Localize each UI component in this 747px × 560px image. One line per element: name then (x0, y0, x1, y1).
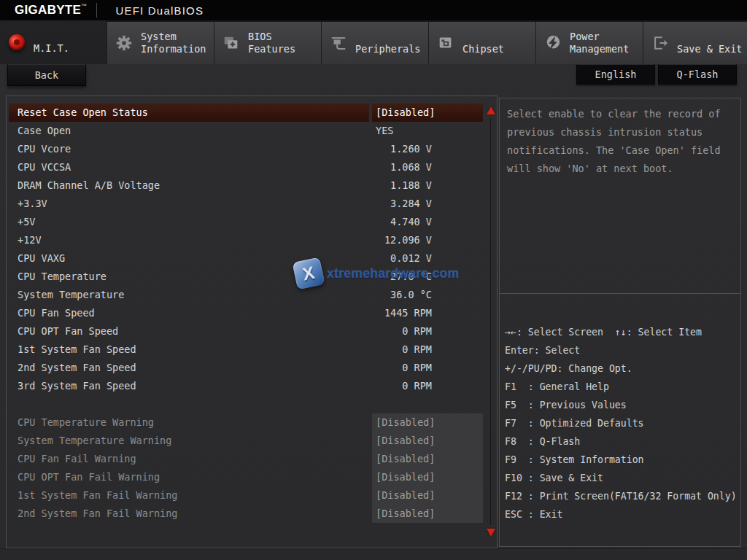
tab-bar: M.I.T. System Information BIOS Features … (0, 20, 747, 64)
trademark-symbol: ™ (81, 3, 87, 9)
tab-bios-features[interactable]: BIOS Features (214, 22, 321, 64)
setting-label: +12V (9, 231, 369, 249)
setting-value: 0.012 V (372, 249, 483, 268)
setting-row: Case Open YES (9, 122, 483, 140)
hotkey-hint: F5 : Previous Values (500, 396, 740, 414)
power-icon (543, 34, 562, 52)
setting-label: +5V (9, 213, 369, 231)
exit-icon (651, 34, 670, 52)
setting-value: 12.096 V (372, 231, 483, 249)
setting-value: 1.188 V (372, 176, 483, 195)
setting-label: System Temperature (9, 286, 369, 304)
setting-value: 0 RPM (372, 341, 483, 359)
chip-icon (436, 34, 455, 52)
setting-label: CPU OPT Fan Speed (9, 322, 369, 341)
scroll-down-icon[interactable] (487, 529, 495, 537)
hotkey-hint: F1 : General Help (500, 378, 740, 396)
hotkey-hint: F10 : Save & Exit (500, 469, 740, 487)
qflash-button[interactable]: Q-Flash (658, 64, 737, 85)
hotkey-hint: ESC : Exit (500, 505, 740, 524)
warning-label: CPU OPT Fan Fail Warning (9, 468, 369, 486)
tab-label: System Information (141, 31, 214, 55)
gigabyte-logo: GIGABYTE™ (15, 3, 88, 18)
warning-label: 2nd System Fan Fail Warning (9, 505, 369, 523)
setting-label: 2nd System Fan Speed (9, 359, 369, 377)
tab-power-management[interactable]: Power Management (535, 22, 643, 64)
language-button[interactable]: English (576, 64, 655, 85)
tab-system-information[interactable]: System Information (107, 22, 214, 64)
warning-value: [Disabled] (372, 486, 483, 505)
scroll-up-icon[interactable] (487, 106, 495, 114)
back-button[interactable]: Back (7, 64, 86, 86)
setting-label: CPU Vcore (9, 140, 369, 158)
tab-label: Save & Exit (677, 31, 747, 55)
hotkey-hint: +/-/PU/PD: Change Opt. (500, 359, 740, 378)
warning-row: 2nd System Fan Fail Warning [Disabled] (9, 505, 483, 523)
red-dot-icon (7, 33, 26, 52)
setting-row: +5V 4.740 V (9, 213, 483, 231)
hotkey-hint: Enter: Select (500, 341, 740, 359)
warning-value: [Disabled] (372, 468, 483, 486)
setting-row: CPU VAXG 0.012 V (9, 249, 483, 268)
setting-label: DRAM Channel A/B Voltage (9, 176, 369, 195)
tab-label: M.I.T. (34, 30, 107, 55)
setting-value: [Disabled] (372, 104, 483, 122)
setting-row: 3rd System Fan Speed 0 RPM (9, 377, 483, 395)
setting-value: 0 RPM (372, 359, 483, 377)
setting-row[interactable]: Reset Case Open Status [Disabled] (9, 104, 483, 122)
help-panel: Select enable to clear the record of pre… (499, 98, 741, 547)
setting-row: 1st System Fan Speed 0 RPM (9, 341, 483, 359)
warning-value: [Disabled] (372, 450, 483, 468)
hotkey-hint: →←: Select Screen ↑↓: Select Item (500, 323, 740, 341)
warning-row: System Temperature Warning [Disabled] (9, 432, 483, 450)
top-bar: GIGABYTE™ UEFI DualBIOS (0, 0, 747, 20)
setting-value: 1.260 V (372, 140, 483, 158)
warning-value: [Disabled] (372, 413, 483, 432)
warning-value: [Disabled] (372, 505, 483, 523)
tab-mit[interactable]: M.I.T. (0, 20, 107, 64)
settings-list: Reset Case Open Status [Disabled] Case O… (9, 104, 483, 395)
setting-row: CPU VCCSA 1.068 V (9, 158, 483, 176)
bottom-strip (0, 548, 747, 560)
settings-lists: Reset Case Open Status [Disabled] Case O… (9, 104, 483, 523)
gear-icon (115, 34, 133, 52)
warnings-list: CPU Temperature Warning [Disabled] Syste… (9, 413, 483, 523)
warning-label: CPU Temperature Warning (9, 413, 369, 432)
warning-row: CPU Fan Fail Warning [Disabled] (9, 450, 483, 468)
setting-value: YES (372, 122, 483, 140)
tab-save-exit[interactable]: Save & Exit (643, 22, 747, 64)
setting-value: 27.0 °C (372, 268, 483, 286)
setting-label: 3rd System Fan Speed (9, 377, 369, 395)
setting-row: CPU Vcore 1.260 V (9, 140, 483, 158)
setting-row: DRAM Channel A/B Voltage 1.188 V (9, 176, 483, 195)
hotkey-hint: F8 : Q-Flash (500, 432, 740, 451)
warning-row: 1st System Fan Fail Warning [Disabled] (9, 486, 483, 505)
plug-icon (329, 34, 348, 52)
setting-value: 4.740 V (372, 213, 483, 231)
setting-label: +3.3V (9, 195, 369, 213)
warning-label: 1st System Fan Fail Warning (9, 486, 369, 505)
divider (96, 3, 97, 18)
hotkey-hint: F12 : Print Screen(FAT16/32 Format Only) (500, 487, 740, 505)
tab-label: Chipset (462, 31, 535, 55)
setting-row: System Temperature 36.0 °C (9, 286, 483, 304)
setting-label: CPU VCCSA (9, 158, 369, 176)
warning-label: System Temperature Warning (9, 432, 369, 450)
hotkey-panel: →←: Select Screen ↑↓: Select Item Enter:… (500, 294, 740, 524)
brand-text: GIGABYTE (15, 3, 81, 17)
setting-value: 1445 RPM (372, 304, 483, 322)
setting-label: CPU Fan Speed (9, 304, 369, 322)
tab-peripherals[interactable]: Peripherals (321, 22, 428, 64)
folders-icon (222, 34, 241, 52)
setting-row: CPU Temperature 27.0 °C (9, 268, 483, 286)
hotkey-hint: F7 : Optimized Defaults (500, 414, 740, 432)
tab-label: Peripherals (355, 31, 428, 55)
setting-row: CPU OPT Fan Speed 0 RPM (9, 322, 483, 341)
warning-row: CPU OPT Fan Fail Warning [Disabled] (9, 468, 483, 486)
help-text: Select enable to clear the record of pre… (500, 98, 740, 294)
tab-chipset[interactable]: Chipset (428, 22, 535, 64)
setting-label: CPU Temperature (9, 268, 369, 286)
setting-label: Case Open (9, 122, 369, 140)
setting-label: Reset Case Open Status (9, 104, 369, 122)
hotkey-hint: F9 : System Information (500, 451, 740, 469)
